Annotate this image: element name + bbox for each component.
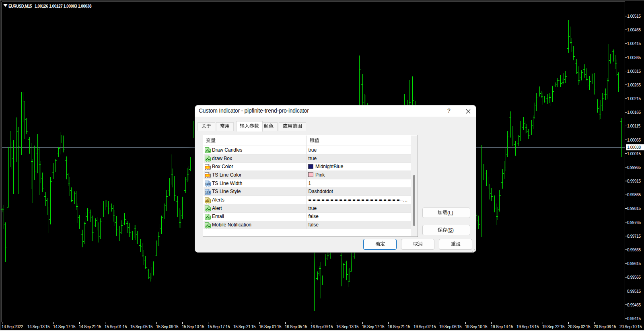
svg-text:16 Sep 13:15: 16 Sep 13:15 xyxy=(336,325,359,329)
svg-text:19 Sep 22:15: 19 Sep 22:15 xyxy=(542,325,565,329)
svg-text:1.00115: 1.00115 xyxy=(627,124,641,128)
svg-text:14 Sep 17:15: 14 Sep 17:15 xyxy=(53,325,76,329)
svg-text:1.00038: 1.00038 xyxy=(627,145,641,150)
svg-text:0.99865: 0.99865 xyxy=(627,193,641,197)
svg-text:1.00415: 1.00415 xyxy=(627,41,641,46)
svg-text:(L): (L) xyxy=(447,210,453,216)
svg-text:0.99765: 0.99765 xyxy=(627,220,641,225)
svg-text:14 Sep 21:15: 14 Sep 21:15 xyxy=(79,325,101,329)
svg-text:0.99815: 0.99815 xyxy=(627,206,641,211)
svg-text:20 Sep 10:15: 20 Sep 10:15 xyxy=(619,325,642,329)
svg-text:16 Sep 21:15: 16 Sep 21:15 xyxy=(388,325,410,329)
svg-text:1.00365: 1.00365 xyxy=(627,56,641,60)
svg-text:19 Sep 14:15: 19 Sep 14:15 xyxy=(491,325,513,329)
svg-text:1.00215: 1.00215 xyxy=(627,97,641,101)
svg-text:16 Sep 17:15: 16 Sep 17:15 xyxy=(362,325,385,329)
svg-text:19 Sep 02:15: 19 Sep 02:15 xyxy=(414,325,436,329)
svg-text:14 Sep 13:15: 14 Sep 13:15 xyxy=(27,325,50,329)
svg-text:15 Sep 17:15: 15 Sep 17:15 xyxy=(208,325,230,329)
svg-text:16 Sep 01:15: 16 Sep 01:15 xyxy=(259,325,282,329)
svg-text:123: 123 xyxy=(205,182,210,186)
svg-text:15 Sep 01:15: 15 Sep 01:15 xyxy=(105,325,127,329)
svg-text:1.00126 1.00127 1.00003 1.0003: 1.00126 1.00127 1.00003 1.00038 xyxy=(35,4,92,8)
svg-text:(S): (S) xyxy=(447,227,454,233)
svg-text:0.99465: 0.99465 xyxy=(627,303,641,307)
svg-text:0.99665: 0.99665 xyxy=(627,248,641,252)
svg-text:0.99565: 0.99565 xyxy=(627,275,641,280)
svg-text:1.00265: 1.00265 xyxy=(627,83,641,87)
svg-text:0.99965: 0.99965 xyxy=(627,165,641,170)
svg-text:16 Sep 05:15: 16 Sep 05:15 xyxy=(285,325,307,329)
svg-text:0.99915: 0.99915 xyxy=(627,179,641,183)
svg-text:1.00015: 1.00015 xyxy=(627,152,641,156)
svg-text:14 Sep 2022: 14 Sep 2022 xyxy=(2,325,23,329)
svg-text:1.00315: 1.00315 xyxy=(627,69,641,74)
svg-text:1.00465: 1.00465 xyxy=(627,28,641,32)
svg-text:1.00165: 1.00165 xyxy=(627,110,641,115)
svg-text:16 Sep 09:15: 16 Sep 09:15 xyxy=(311,325,333,329)
svg-text:15 Sep 09:15: 15 Sep 09:15 xyxy=(156,325,179,329)
svg-text:0.99415: 0.99415 xyxy=(627,317,641,321)
svg-text:19 Sep 06:15: 19 Sep 06:15 xyxy=(439,325,462,329)
svg-text:15 Sep 05:15: 15 Sep 05:15 xyxy=(130,325,153,329)
svg-text:123: 123 xyxy=(205,191,210,194)
svg-text:19 Sep 10:15: 19 Sep 10:15 xyxy=(465,325,488,329)
svg-text:EURUSD,M15: EURUSD,M15 xyxy=(8,4,32,8)
svg-text:1.00065: 1.00065 xyxy=(627,138,641,142)
svg-text:1.00515: 1.00515 xyxy=(627,14,641,19)
svg-text:20 Sep 02:15: 20 Sep 02:15 xyxy=(568,325,591,329)
svg-text:20 Sep 06:15: 20 Sep 06:15 xyxy=(594,325,616,329)
svg-text:19 Sep 18:15: 19 Sep 18:15 xyxy=(516,325,539,329)
svg-text:15 Sep 13:15: 15 Sep 13:15 xyxy=(182,325,204,329)
svg-text:0.99515: 0.99515 xyxy=(627,289,641,294)
svg-text:0.99615: 0.99615 xyxy=(627,261,641,266)
svg-text:ab: ab xyxy=(206,199,210,203)
svg-text:0.99715: 0.99715 xyxy=(627,234,641,238)
svg-text:15 Sep 21:15: 15 Sep 21:15 xyxy=(233,325,256,329)
